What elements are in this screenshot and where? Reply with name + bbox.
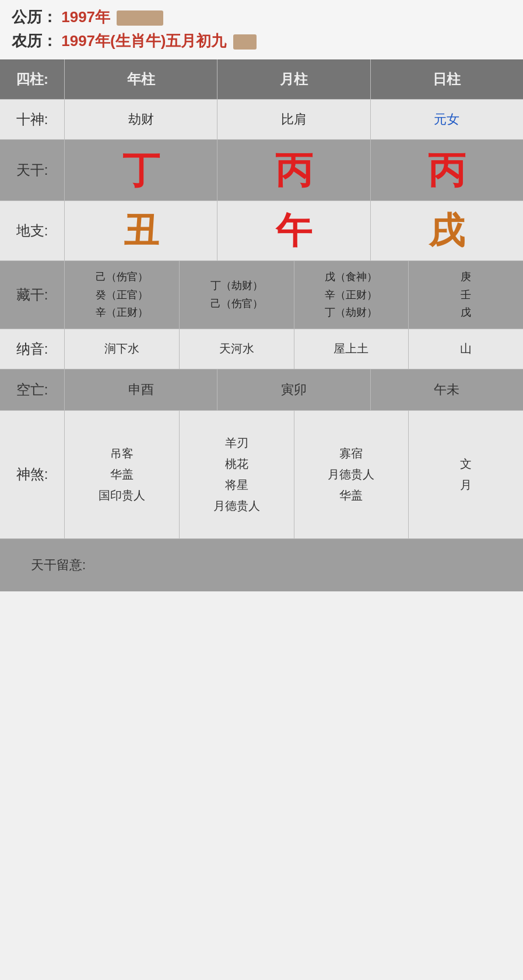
nong-blurred: [233, 34, 257, 50]
kongwang-label: 空亡:: [0, 369, 64, 410]
zanggan-label: 藏干:: [0, 261, 64, 329]
shengsha-yue: 羊刃桃花将星月德贵人: [179, 411, 294, 538]
header-rizhu: 日柱: [370, 59, 523, 99]
shishen-nian: 劫财: [64, 100, 217, 139]
tiangan-liuyi-cells: [117, 539, 523, 591]
tiangan-nian: 丁: [64, 140, 217, 200]
tiangan-row: 天干: 丁 丙 丙: [0, 140, 523, 201]
zanggan-extra: 庚壬戊: [408, 261, 523, 329]
tiangan-yue: 丙: [217, 140, 370, 200]
gong-header: 公历： 1997年: [12, 7, 511, 27]
shishen-label: 十神:: [0, 100, 64, 139]
tiangan-label: 天干:: [0, 140, 64, 200]
nayin-cells: 涧下水 天河水 屋上土 山: [64, 329, 523, 369]
zanggan-cells: 己（伤官）癸（正官）辛（正财） 丁（劫财）己（伤官） 戊（食神）辛（正财）丁（劫…: [64, 261, 523, 329]
kongwang-ri: 午未: [370, 369, 523, 410]
shishen-yue: 比肩: [217, 100, 370, 139]
bazi-table: 四柱: 年柱 月柱 日柱 十神: 劫财 比肩 元女 天干: 丁 丙 丙 地支: …: [0, 59, 523, 591]
shishen-cells: 劫财 比肩 元女: [64, 100, 523, 139]
nayin-nian: 涧下水: [64, 329, 179, 369]
tiangan-liuyi-label: 天干留意:: [0, 539, 117, 591]
nong-value: 1997年(生肖牛)五月初九: [61, 32, 226, 50]
dizhi-nian: 丑: [64, 201, 217, 260]
tiangan-liuyi-row: 天干留意:: [0, 539, 523, 591]
header-yuezhu: 月柱: [217, 59, 370, 99]
nayin-yue: 天河水: [179, 329, 294, 369]
header-row: 四柱: 年柱 月柱 日柱: [0, 59, 523, 100]
sizhu-label: 四柱:: [0, 59, 64, 99]
zanggan-nian: 己（伤官）癸（正官）辛（正财）: [64, 261, 179, 329]
gong-label: 公历：: [12, 8, 57, 26]
shengsha-cells: 吊客华盖国印贵人 羊刃桃花将星月德贵人 寡宿月德贵人华盖 文月: [64, 411, 523, 538]
tiangan-ri: 丙: [370, 140, 523, 200]
tiangan-cells: 丁 丙 丙: [64, 140, 523, 200]
header-cells: 年柱 月柱 日柱: [64, 59, 523, 99]
kongwang-cells: 申酉 寅卯 午未: [64, 369, 523, 410]
nong-header: 农历： 1997年(生肖牛)五月初九: [12, 31, 511, 51]
shengsha-extra: 文月: [408, 411, 523, 538]
shishen-row: 十神: 劫财 比肩 元女: [0, 100, 523, 140]
shengsha-nian: 吊客华盖国印贵人: [64, 411, 179, 538]
dizhi-cells: 丑 午 戌: [64, 201, 523, 260]
shengsha-label: 神煞:: [0, 411, 64, 538]
dizhi-row: 地支: 丑 午 戌: [0, 201, 523, 261]
dizhi-yue: 午: [217, 201, 370, 260]
nong-label: 农历：: [12, 32, 57, 50]
nayin-row: 纳音: 涧下水 天河水 屋上土 山: [0, 329, 523, 369]
zanggan-ri: 戊（食神）辛（正财）丁（劫财）: [294, 261, 409, 329]
gong-value: 1997年: [61, 8, 110, 26]
dizhi-label: 地支:: [0, 201, 64, 260]
gong-blurred: [117, 10, 163, 26]
header-nianzhu: 年柱: [64, 59, 217, 99]
kongwang-nian: 申酉: [64, 369, 217, 410]
shishen-ri: 元女: [370, 100, 523, 139]
zanggan-yue: 丁（劫财）己（伤官）: [179, 261, 294, 329]
zanggan-row: 藏干: 己（伤官）癸（正官）辛（正财） 丁（劫财）己（伤官） 戊（食神）辛（正财…: [0, 261, 523, 329]
nayin-label: 纳音:: [0, 329, 64, 369]
shengsha-ri: 寡宿月德贵人华盖: [294, 411, 409, 538]
nayin-ri: 屋上土: [294, 329, 409, 369]
kongwang-row: 空亡: 申酉 寅卯 午未: [0, 369, 523, 411]
top-header: 公历： 1997年 农历： 1997年(生肖牛)五月初九: [0, 0, 523, 59]
kongwang-yue: 寅卯: [217, 369, 370, 410]
shengsha-row: 神煞: 吊客华盖国印贵人 羊刃桃花将星月德贵人 寡宿月德贵人华盖 文月: [0, 411, 523, 539]
dizhi-ri: 戌: [370, 201, 523, 260]
nayin-extra: 山: [408, 329, 523, 369]
